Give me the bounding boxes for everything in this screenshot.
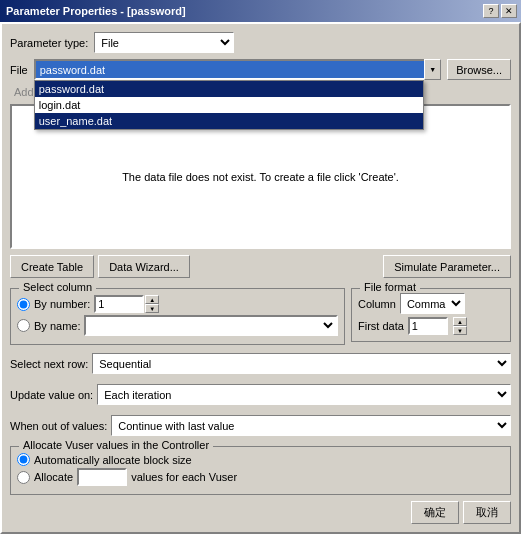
- update-value-label: Update value on:: [10, 389, 93, 401]
- file-format-group: File format Column Comma First data ▲ ▼: [351, 284, 511, 345]
- by-name-select[interactable]: [84, 315, 338, 336]
- title-bar: Parameter Properties - [password] ? ✕: [0, 0, 521, 22]
- select-column-group: Select column By number: ▲ ▼: [10, 284, 345, 345]
- file-label: File: [10, 64, 28, 76]
- update-value-select[interactable]: Each iteration: [97, 384, 511, 405]
- simulate-button[interactable]: Simulate Parameter...: [383, 255, 511, 278]
- title-bar-text: Parameter Properties - [password]: [6, 5, 186, 17]
- file-combo-container: password.dat ▼ password.dat login.dat us…: [34, 59, 441, 80]
- by-number-spinner: ▲ ▼: [145, 295, 159, 313]
- select-column-legend: Select column: [19, 281, 96, 293]
- first-data-up[interactable]: ▲: [453, 317, 467, 326]
- file-combo-arrow[interactable]: ▼: [424, 59, 441, 80]
- first-data-row: First data ▲ ▼: [358, 317, 504, 335]
- manual-allocate-label: Allocate: [34, 471, 73, 483]
- auto-allocate-row: Automatically allocate block size: [17, 453, 504, 466]
- select-next-label: Select next row:: [10, 358, 88, 370]
- by-name-radio[interactable]: [17, 319, 30, 332]
- file-row: File password.dat ▼ password.dat login.d…: [10, 59, 511, 80]
- title-bar-buttons: ? ✕: [483, 4, 517, 18]
- cancel-button[interactable]: 取消: [463, 501, 511, 524]
- when-out-select[interactable]: Continue with last value: [111, 415, 511, 436]
- first-data-spinner: ▲ ▼: [453, 317, 467, 335]
- allocate-legend: Allocate Vuser values in the Controller: [19, 439, 213, 451]
- update-value-row: Update value on: Each iteration: [10, 384, 511, 405]
- column-format-select[interactable]: Comma: [400, 293, 465, 314]
- ok-button[interactable]: 确定: [411, 501, 459, 524]
- content-message: The data file does not exist. To create …: [122, 171, 399, 183]
- lower-section: Select column By number: ▲ ▼: [10, 284, 511, 345]
- when-out-row: When out of values: Continue with last v…: [10, 415, 511, 436]
- by-name-label: By name:: [34, 320, 80, 332]
- first-data-label: First data: [358, 320, 404, 332]
- by-number-input-container: ▲ ▼: [94, 295, 338, 313]
- select-column-box: Select column By number: ▲ ▼: [10, 288, 345, 345]
- file-format-box: File format Column Comma First data ▲ ▼: [351, 288, 511, 342]
- by-number-up[interactable]: ▲: [145, 295, 159, 304]
- when-out-label: When out of values:: [10, 420, 107, 432]
- file-format-legend: File format: [360, 281, 420, 293]
- create-table-button[interactable]: Create Table: [10, 255, 94, 278]
- param-type-row: Parameter type: File: [10, 32, 511, 53]
- auto-allocate-label: Automatically allocate block size: [34, 454, 192, 466]
- select-next-select[interactable]: Sequential: [92, 353, 511, 374]
- manual-allocate-row: Allocate values for each Vuser: [17, 468, 504, 486]
- dialog: Parameter type: File File password.dat ▼…: [0, 22, 521, 534]
- by-number-radio[interactable]: [17, 298, 30, 311]
- by-number-down[interactable]: ▼: [145, 304, 159, 313]
- allocate-suffix-label: values for each Vuser: [131, 471, 237, 483]
- auto-allocate-radio[interactable]: [17, 453, 30, 466]
- allocate-group: Allocate Vuser values in the Controller …: [10, 446, 511, 495]
- dropdown-item-password[interactable]: password.dat: [35, 81, 423, 97]
- data-wizard-button[interactable]: Data Wizard...: [98, 255, 190, 278]
- format-group: Column Comma First data ▲ ▼: [358, 293, 504, 335]
- file-selected-value: password.dat: [34, 59, 441, 80]
- first-data-down[interactable]: ▼: [453, 326, 467, 335]
- param-type-label: Parameter type:: [10, 37, 88, 49]
- by-number-label: By number:: [34, 298, 90, 310]
- close-button[interactable]: ✕: [501, 4, 517, 18]
- dropdown-item-username[interactable]: user_name.dat: [35, 113, 423, 129]
- by-number-row: By number: ▲ ▼: [17, 295, 338, 313]
- help-button[interactable]: ?: [483, 4, 499, 18]
- by-name-row: By name:: [17, 315, 338, 336]
- column-format-row: Column Comma: [358, 293, 504, 314]
- action-buttons-row: Create Table Data Wizard... Simulate Par…: [10, 255, 511, 278]
- allocate-value-input[interactable]: [77, 468, 127, 486]
- manual-allocate-radio[interactable]: [17, 471, 30, 484]
- column-format-label: Column: [358, 298, 396, 310]
- dropdown-item-login[interactable]: login.dat: [35, 97, 423, 113]
- first-data-input[interactable]: [408, 317, 448, 335]
- browse-button[interactable]: Browse...: [447, 59, 511, 80]
- bottom-buttons: 确定 取消: [10, 501, 511, 524]
- by-number-input[interactable]: [94, 295, 144, 313]
- param-type-select[interactable]: File: [94, 32, 234, 53]
- file-dropdown-list: password.dat login.dat user_name.dat: [34, 80, 424, 130]
- select-next-row: Select next row: Sequential: [10, 353, 511, 374]
